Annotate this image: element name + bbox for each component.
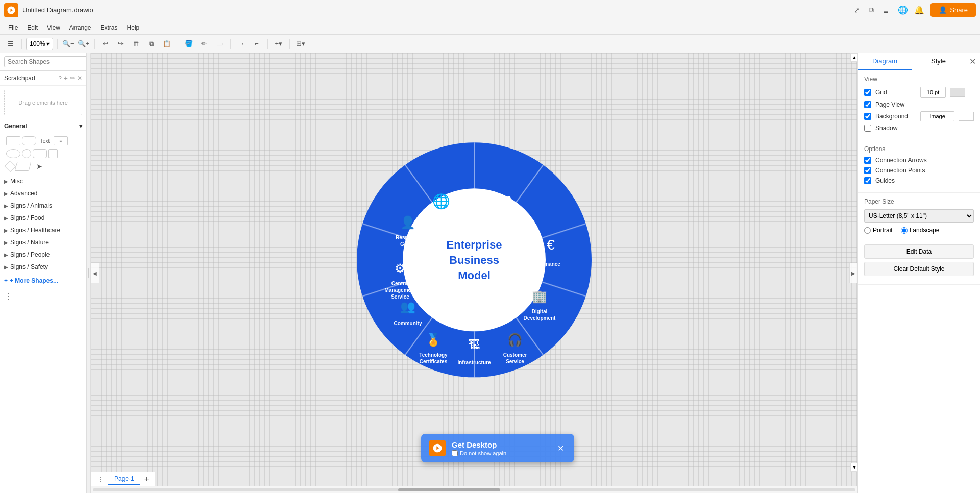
zoom-control[interactable]: 100% ▾ — [26, 38, 53, 50]
background-image-button[interactable]: Image — [920, 111, 954, 121]
signs-people-category[interactable]: ▶ Signs / People — [0, 249, 86, 261]
circle-shape[interactable] — [22, 149, 31, 158]
tab-diagram[interactable]: Diagram — [858, 53, 912, 70]
copy-button[interactable]: ⧉ — [145, 37, 158, 51]
small-rect[interactable] — [48, 149, 58, 158]
sidebar-toggle-button[interactable]: ☰ — [4, 37, 17, 51]
paper-size-select[interactable]: US-Letter (8,5" x 11") — [864, 209, 974, 223]
menu-edit[interactable]: Edit — [23, 22, 42, 33]
canvas-area[interactable]: Enterprise Business Model — [91, 53, 857, 493]
advanced-category[interactable]: ▶ Advanced — [0, 187, 86, 200]
scratchpad-edit-icon[interactable]: ✏ — [70, 75, 75, 82]
grid-size-input[interactable] — [920, 87, 946, 98]
menu-view[interactable]: View — [43, 22, 64, 33]
landscape-radio[interactable] — [901, 227, 908, 234]
shape-row-2 — [3, 148, 61, 159]
guides-checkbox[interactable] — [864, 177, 871, 184]
fill-color-button[interactable]: 🪣 — [182, 37, 195, 51]
search-input[interactable] — [4, 56, 87, 67]
rect-shape[interactable] — [6, 136, 20, 145]
rounded-shape-2[interactable] — [33, 149, 47, 158]
misc-category[interactable]: ▶ Misc — [0, 175, 86, 187]
signs-food-category[interactable]: ▶ Signs / Food — [0, 212, 86, 224]
signs-nature-category[interactable]: ▶ Signs / Nature — [0, 236, 86, 249]
shadow-label: Shadow — [875, 125, 916, 132]
insert-button[interactable]: +▾ — [272, 37, 285, 51]
menu-help[interactable]: Help — [123, 22, 144, 33]
share-button[interactable]: 👤 Share — [930, 3, 976, 17]
connection-arrows-checkbox[interactable] — [864, 157, 871, 164]
waypoint-button[interactable]: ⌐ — [250, 37, 263, 51]
grid-color-picker[interactable] — [950, 88, 965, 97]
close-right-panel-button[interactable]: ✕ — [965, 55, 980, 68]
shadow-row: Shadow — [864, 125, 974, 132]
general-section: General ▾ Text ≡ — [0, 119, 86, 175]
toast-dont-show-checkbox[interactable] — [452, 450, 458, 456]
redo-button[interactable]: ↪ — [114, 37, 128, 51]
menu-extras[interactable]: Extras — [96, 22, 122, 33]
zoom-dropdown-icon: ▾ — [46, 40, 50, 47]
menu-arrange[interactable]: Arrange — [65, 22, 95, 33]
svg-text:Digital: Digital — [532, 309, 548, 314]
top-right-window-icon[interactable]: ⧉ — [865, 4, 877, 16]
toast-close-button[interactable]: ✕ — [555, 443, 566, 453]
connection-style-button[interactable]: → — [235, 37, 248, 51]
page-view-checkbox[interactable] — [864, 101, 871, 108]
view-section: View Grid Page View Background Image — [858, 70, 980, 140]
scratchpad-close-icon[interactable]: ✕ — [77, 75, 82, 82]
parallelogram-shape[interactable] — [15, 162, 32, 171]
ellipse-shape[interactable] — [6, 149, 20, 158]
undo-button[interactable]: ↩ — [99, 37, 112, 51]
note-shape[interactable]: ≡ — [54, 136, 68, 145]
titlebar: Untitled Diagram.drawio ⤢ ⧉ 🗕 🌐 🔔 👤 Shar… — [0, 0, 980, 20]
paste-button[interactable]: 📋 — [160, 37, 174, 51]
tab-style[interactable]: Style — [912, 53, 965, 70]
canvas-nav-left-button[interactable]: ◀ — [91, 263, 99, 283]
landscape-option[interactable]: Landscape — [901, 227, 940, 234]
line-color-button[interactable]: ✏ — [198, 37, 211, 51]
right-sidebar-scroll-down[interactable]: ▼ — [850, 463, 857, 472]
svg-text:👤: 👤 — [400, 215, 415, 230]
signs-healthcare-category[interactable]: ▶ Signs / Healthcare — [0, 224, 86, 236]
scroll-thumb[interactable] — [398, 488, 500, 491]
portrait-option[interactable]: Portrait — [864, 227, 893, 234]
grid-checkbox[interactable] — [864, 89, 871, 96]
canvas-horizontal-scrollbar[interactable] — [91, 486, 857, 493]
shape-style-button[interactable]: ▭ — [213, 37, 226, 51]
background-checkbox[interactable] — [864, 113, 871, 120]
canvas-nav-right-button[interactable]: ▶ — [849, 263, 857, 283]
background-color-picker[interactable] — [959, 112, 974, 121]
zoom-out-button[interactable]: 🔍− — [62, 37, 75, 51]
top-right-expand-icon[interactable]: ⤢ — [851, 4, 863, 16]
clear-default-style-button[interactable]: Clear Default Style — [864, 262, 974, 276]
toolbar-separator-5 — [230, 39, 231, 49]
page-context-menu-icon[interactable]: ⋮ — [95, 475, 106, 483]
signs-safety-category[interactable]: ▶ Signs / Safety — [0, 261, 86, 273]
more-shapes-button[interactable]: + + More Shapes... — [0, 273, 86, 288]
top-right-minimize-icon[interactable]: 🗕 — [879, 4, 892, 16]
scratchpad-help-icon[interactable]: ? — [59, 75, 62, 81]
signs-animals-category[interactable]: ▶ Signs / Animals — [0, 200, 86, 212]
page-1-tab[interactable]: Page-1 — [108, 473, 140, 485]
menu-file[interactable]: File — [4, 22, 22, 33]
add-page-button[interactable]: + — [142, 475, 151, 484]
edit-data-button[interactable]: Edit Data — [864, 244, 974, 259]
rounded-rect-shape[interactable] — [22, 136, 36, 145]
sidebar-context-menu-icon[interactable]: ⋮ — [4, 291, 12, 301]
svg-text:Business: Business — [449, 254, 499, 266]
general-section-header[interactable]: General ▾ — [0, 119, 86, 133]
scratchpad-add-icon[interactable]: + — [64, 74, 68, 82]
zoom-in-button[interactable]: 🔍+ — [77, 37, 90, 51]
connection-points-checkbox[interactable] — [864, 167, 871, 174]
globe-language-icon[interactable]: 🌐 — [898, 5, 908, 15]
portrait-radio[interactable] — [864, 227, 871, 234]
delete-button[interactable]: 🗑 — [130, 37, 143, 51]
toolbar-separator-2 — [57, 39, 58, 49]
arrow-shape[interactable]: ➤ — [33, 161, 45, 171]
left-sidebar-resize-handle[interactable] — [87, 53, 91, 493]
notification-bell-icon[interactable]: 🔔 — [914, 5, 924, 15]
shadow-checkbox[interactable] — [864, 125, 871, 132]
table-button[interactable]: ⊞▾ — [294, 37, 307, 51]
text-shape[interactable]: Text — [38, 136, 52, 146]
right-sidebar-scroll-up[interactable]: ▲ — [850, 53, 857, 62]
